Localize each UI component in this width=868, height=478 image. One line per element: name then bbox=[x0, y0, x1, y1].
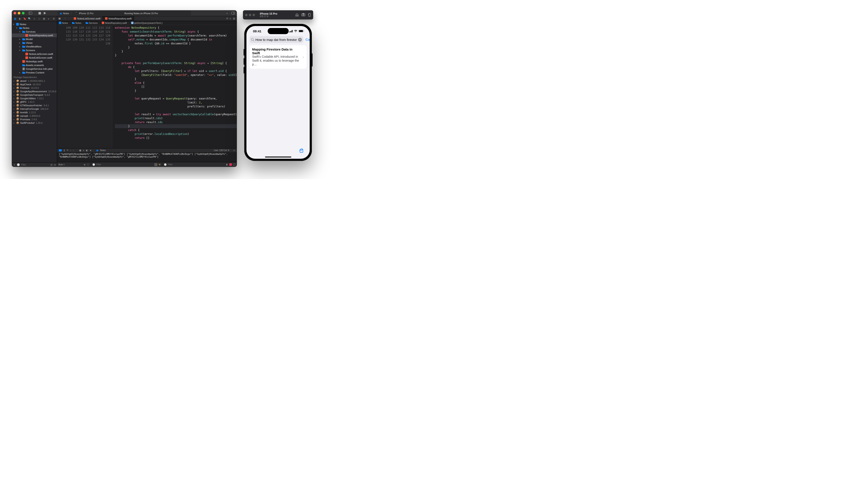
debug-nav-icon[interactable]: ▦ bbox=[42, 17, 45, 20]
console-filter-input[interactable] bbox=[168, 163, 188, 166]
package-item[interactable]: ▸📦gRPC1.62.2 bbox=[12, 100, 57, 104]
tree-item[interactable]: ▸ViewModifiers bbox=[12, 45, 57, 48]
zoom-button[interactable] bbox=[253, 14, 255, 16]
variables-filter-input[interactable] bbox=[96, 163, 116, 166]
tree-item[interactable]: ▾Notes bbox=[12, 22, 57, 26]
editor-layout-icon[interactable]: ▥ bbox=[233, 17, 235, 20]
sidebar-toggle-icon[interactable] bbox=[28, 11, 32, 15]
find-nav-icon[interactable]: 🔍 bbox=[28, 17, 31, 20]
recent-filter-icon[interactable]: ◷ bbox=[50, 163, 53, 166]
home-icon[interactable] bbox=[295, 13, 299, 16]
close-button[interactable] bbox=[13, 12, 16, 14]
close-button[interactable] bbox=[245, 14, 248, 16]
jump-crumb[interactable]: Services bbox=[86, 22, 98, 24]
package-item[interactable]: ▸📦abseil1.2024011601.1 bbox=[12, 79, 57, 83]
cancel-button[interactable]: Cancel bbox=[306, 38, 310, 41]
filter-icon[interactable]: ⚪ bbox=[17, 163, 20, 166]
trash-icon[interactable]: 🗑 bbox=[226, 163, 228, 166]
jump-crumb[interactable]: MperformQuery(searchTerm:) bbox=[131, 22, 163, 24]
window-controls[interactable] bbox=[13, 12, 25, 14]
search-input[interactable] bbox=[255, 38, 297, 41]
navigator-filter-input[interactable] bbox=[21, 164, 49, 166]
package-item[interactable]: ▸📦GoogleAppMeasurement10.24.0 bbox=[12, 90, 57, 93]
minimize-button[interactable] bbox=[18, 12, 20, 14]
package-item[interactable]: ▸📦GTMSessionFetcher3.4.1 bbox=[12, 104, 57, 107]
env-overrides-icon[interactable]: ◐ bbox=[86, 149, 88, 151]
tree-item[interactable]: ▸Preview Content bbox=[12, 71, 57, 74]
package-item[interactable]: ▸📦Firebase10.24.0 bbox=[12, 86, 57, 90]
test-nav-icon[interactable]: ◇ bbox=[38, 17, 41, 20]
search-result-card[interactable]: Mapping Firestore Data in Swift Swift's … bbox=[249, 45, 307, 69]
package-item[interactable]: ▸📦GoogleDataTransport9.4.0 bbox=[12, 93, 57, 97]
warning-filter-icon[interactable]: ☢ bbox=[159, 163, 161, 166]
package-item[interactable]: ▸📦nanopb2.30910.0 bbox=[12, 114, 57, 117]
package-item[interactable]: ▸📦leveldb1.22.5 bbox=[12, 111, 57, 114]
step-out-icon[interactable]: ↑ bbox=[73, 149, 74, 151]
jump-crumb[interactable]: NotesRepository.swift bbox=[102, 22, 127, 24]
tree-item[interactable]: ▸Model bbox=[12, 37, 57, 41]
pause-icon[interactable]: ‖ bbox=[64, 149, 65, 151]
library-icon[interactable] bbox=[231, 11, 235, 15]
scm-filter-icon[interactable]: ▭ bbox=[54, 163, 56, 166]
activity-pill[interactable]: ▣ Notes 〉 📱 iPhone 15 Pro Running Notes … bbox=[58, 11, 191, 15]
minimap-icon[interactable]: ≡ bbox=[230, 17, 231, 20]
package-item[interactable]: ▸📦AppCheck10.19.0 bbox=[12, 83, 57, 86]
tree-item[interactable]: NotesApp.swift bbox=[12, 60, 57, 63]
back-icon[interactable]: 〈 bbox=[62, 16, 67, 21]
console-output[interactable]: ["GybbVqm9jHoaodmwVpYv", "gMrO1fIiXM5f4l… bbox=[57, 152, 237, 162]
run-button[interactable] bbox=[43, 11, 47, 15]
report-nav-icon[interactable]: ≣ bbox=[52, 17, 55, 20]
tree-item[interactable]: ▾Notes bbox=[12, 26, 57, 30]
bookmark-nav-icon[interactable]: 🔖 bbox=[23, 17, 26, 20]
rotate-icon[interactable] bbox=[308, 13, 311, 16]
add-icon[interactable]: ＋ bbox=[225, 11, 229, 15]
code-editor[interactable]: 108 109 110 111 112 113 114 115 116 117 … bbox=[57, 25, 237, 148]
info-icon[interactable]: ⓘ bbox=[87, 163, 89, 166]
location-icon[interactable]: ➤ bbox=[90, 149, 91, 151]
left-pane-icon[interactable] bbox=[229, 163, 232, 166]
issue-nav-icon[interactable]: ⚠ bbox=[33, 17, 36, 20]
metrics-icon[interactable] bbox=[154, 163, 157, 166]
tree-item[interactable]: ▸Views bbox=[12, 41, 57, 45]
tree-item[interactable]: NotesRepository.swift bbox=[12, 33, 57, 37]
project-tree[interactable]: ▾Notes▾Notes▾ServicesNotesRepository.swi… bbox=[12, 22, 57, 163]
package-item[interactable]: ▸📦InteropForGoogle100.0.0 bbox=[12, 107, 57, 111]
breakpoint-toggle-icon[interactable] bbox=[59, 149, 62, 151]
zoom-button[interactable] bbox=[22, 12, 25, 14]
sim-window-controls[interactable] bbox=[245, 14, 255, 16]
stop-button[interactable] bbox=[38, 11, 41, 15]
package-item[interactable]: ▸📦SwiftProtobuf1.26.0 bbox=[12, 121, 57, 125]
compose-icon[interactable] bbox=[299, 148, 304, 153]
jump-bar[interactable]: Notes〉Notes〉Services〉NotesRepository.swi… bbox=[57, 21, 237, 25]
variables-view-mode[interactable]: Auto ◊ bbox=[58, 163, 65, 166]
debug-view-icon[interactable]: ▦ bbox=[79, 149, 81, 151]
tree-item[interactable]: NoteEditScreen.swift bbox=[12, 56, 57, 60]
home-indicator[interactable] bbox=[265, 157, 291, 158]
screenshot-icon[interactable] bbox=[301, 13, 305, 16]
forward-icon[interactable]: 〉 bbox=[67, 16, 71, 21]
step-over-icon[interactable]: ↷ bbox=[66, 149, 68, 151]
visibility-icon[interactable]: ◉ bbox=[84, 163, 86, 166]
package-item[interactable]: ▸📦Promises2.4.0 bbox=[12, 117, 57, 121]
tree-item[interactable]: ▾Screens bbox=[12, 48, 57, 52]
minimize-button[interactable] bbox=[249, 14, 251, 16]
breakpoint-nav-icon[interactable]: ▸ bbox=[47, 17, 50, 20]
search-box[interactable]: ✕ bbox=[249, 36, 303, 43]
editor-tab[interactable]: NotesRepository.swift bbox=[103, 16, 134, 21]
jump-crumb[interactable]: Notes bbox=[59, 22, 68, 24]
memory-graph-icon[interactable]: ⎋ bbox=[83, 149, 84, 151]
project-nav-icon[interactable]: ▦ bbox=[13, 17, 17, 20]
editor-tab[interactable]: NotesListScreen.swift bbox=[71, 16, 103, 21]
right-pane-icon[interactable] bbox=[233, 163, 236, 166]
tree-item[interactable]: GoogleService-Info.plist bbox=[12, 67, 57, 71]
package-item[interactable]: ▸📦GoogleUtilities7.13.1 bbox=[12, 97, 57, 100]
jump-crumb[interactable]: Notes bbox=[72, 22, 81, 24]
add-file-icon[interactable]: ＋ bbox=[13, 163, 16, 166]
step-into-icon[interactable]: ↓ bbox=[70, 149, 71, 151]
related-items-icon[interactable]: ▦ bbox=[57, 16, 62, 21]
clear-button[interactable]: ✕ bbox=[298, 38, 302, 41]
source-control-icon[interactable]: ◧ bbox=[19, 17, 22, 20]
filter-icon[interactable]: ⚪ bbox=[164, 163, 166, 166]
refresh-icon[interactable]: ⟲ bbox=[226, 17, 228, 20]
tree-item[interactable]: Assets.xcassets bbox=[12, 63, 57, 67]
